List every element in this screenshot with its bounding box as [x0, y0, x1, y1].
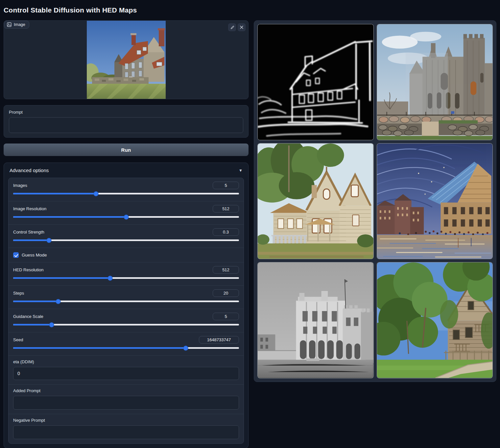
edit-image-button[interactable]	[228, 23, 236, 31]
hed-map-image	[258, 24, 373, 140]
steps-slider-fill	[13, 301, 58, 302]
slider-row-seed: Seed 1648733747	[9, 332, 244, 356]
image-component-label: Image	[4, 21, 29, 29]
gallery-item-impressionist[interactable]	[377, 143, 493, 259]
gallery-item-bw-building[interactable]	[257, 262, 374, 378]
images-slider-fill	[13, 193, 96, 194]
added-prompt-input[interactable]	[13, 396, 239, 410]
controls-column: Image	[4, 20, 249, 448]
images-slider[interactable]	[13, 193, 239, 194]
image-resolution-slider[interactable]	[13, 216, 239, 218]
steps-value[interactable]: 20	[213, 289, 239, 297]
gallery-item-cathedral[interactable]	[377, 24, 493, 140]
negative-prompt-row: Negative Prompt	[9, 414, 244, 443]
guess-mode-row: Guess Mode	[9, 248, 244, 262]
image-resolution-slider-fill	[13, 216, 126, 218]
overgrown-house-image	[377, 262, 493, 378]
control-strength-value[interactable]: 0.3	[213, 228, 239, 236]
prompt-label: Prompt	[9, 110, 243, 115]
image-resolution-value[interactable]: 512	[213, 205, 239, 213]
seed-value[interactable]: 1648733747	[199, 336, 239, 344]
steps-label: Steps	[13, 291, 24, 296]
triangle-down-icon: ▼	[239, 168, 243, 173]
image-corner-buttons	[228, 23, 246, 31]
images-slider-handle[interactable]	[94, 191, 99, 196]
added-prompt-label: Added Prompt	[13, 388, 239, 393]
control-strength-slider[interactable]	[13, 239, 239, 241]
prompt-input[interactable]	[9, 117, 243, 133]
slider-row-image-resolution: Image Resolution 512	[9, 201, 244, 225]
hed-resolution-label: HED Resolution	[13, 267, 44, 272]
control-strength-slider-handle[interactable]	[46, 238, 51, 243]
advanced-options-title: Advanced options	[10, 168, 49, 173]
slider-row-control-strength: Control Strength 0.3	[9, 225, 244, 248]
slider-row-images: Images 5	[9, 178, 244, 201]
eta-input[interactable]	[13, 367, 239, 380]
images-value[interactable]: 5	[213, 182, 239, 189]
steps-slider[interactable]	[13, 301, 239, 302]
guidance-scale-label: Guidance Scale	[13, 314, 43, 319]
negative-prompt-input[interactable]	[13, 425, 239, 439]
advanced-options-header[interactable]: Advanced options ▼	[4, 163, 248, 178]
gallery-item-overgrown-house[interactable]	[377, 262, 493, 378]
gallery-item-wooden-house[interactable]	[257, 143, 374, 259]
hed-resolution-slider[interactable]	[13, 277, 239, 279]
guidance-scale-slider-fill	[13, 324, 52, 325]
guess-mode-checkbox[interactable]	[13, 252, 19, 258]
seed-slider-fill	[13, 347, 186, 349]
page-title: Control Stable Diffusion with HED Maps	[4, 6, 496, 14]
gallery-item-hed-map[interactable]	[257, 24, 374, 140]
image-icon	[7, 22, 12, 27]
wooden-house-image	[258, 144, 373, 259]
image-resolution-label: Image Resolution	[13, 206, 46, 211]
image-component-label-text: Image	[14, 22, 25, 27]
guidance-scale-slider[interactable]	[13, 324, 239, 325]
steps-slider-handle[interactable]	[56, 299, 61, 304]
prompt-panel: Prompt	[4, 105, 249, 138]
slider-row-steps: Steps 20	[9, 286, 244, 309]
output-gallery	[254, 20, 496, 382]
guidance-scale-slider-handle[interactable]	[49, 322, 54, 327]
seed-slider-handle[interactable]	[183, 346, 188, 350]
eta-label: eta (DDIM)	[13, 359, 239, 364]
negative-prompt-label: Negative Prompt	[13, 418, 239, 423]
slider-row-guidance-scale: Guidance Scale 5	[9, 309, 244, 332]
image-resolution-slider-handle[interactable]	[124, 214, 129, 219]
added-prompt-row: Added Prompt	[9, 385, 244, 414]
hed-resolution-slider-handle[interactable]	[108, 276, 113, 280]
advanced-options-form: Images 5 Image Resolution 512	[8, 178, 244, 444]
images-label: Images	[13, 183, 27, 188]
run-button[interactable]: Run	[4, 144, 249, 156]
control-strength-label: Control Strength	[13, 230, 44, 235]
seed-slider[interactable]	[13, 347, 239, 349]
results-column	[254, 20, 496, 382]
cathedral-image	[377, 24, 493, 140]
main-columns: Image	[4, 20, 496, 448]
eta-row: eta (DDIM)	[9, 356, 244, 385]
control-strength-slider-fill	[13, 239, 49, 241]
guidance-scale-value[interactable]: 5	[213, 313, 239, 320]
slider-row-hed-resolution: HED Resolution 512	[9, 262, 244, 286]
input-image-dropzone[interactable]: Image	[4, 20, 249, 99]
advanced-options-accordion: Advanced options ▼ Images 5	[4, 163, 249, 448]
pencil-icon	[230, 25, 234, 30]
input-house-photo	[87, 21, 166, 99]
close-icon	[240, 25, 244, 29]
hed-resolution-slider-fill	[13, 277, 110, 279]
hed-resolution-value[interactable]: 512	[213, 266, 239, 274]
seed-label: Seed	[13, 337, 23, 342]
guess-mode-label: Guess Mode	[22, 253, 47, 258]
bw-building-image	[258, 262, 373, 378]
impressionist-image	[377, 144, 493, 259]
clear-image-button[interactable]	[238, 23, 246, 31]
